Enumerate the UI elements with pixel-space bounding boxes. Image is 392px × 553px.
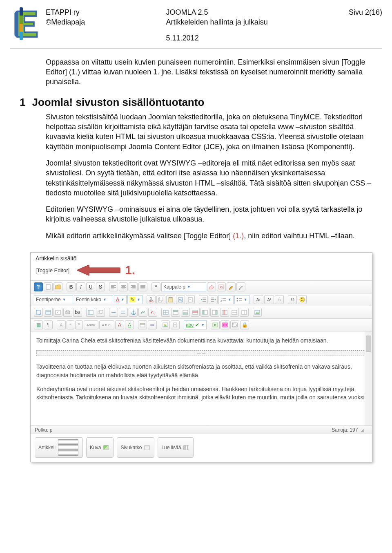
ba-button[interactable]: b̲a	[73, 308, 82, 317]
fullscreen-button[interactable]	[34, 308, 43, 317]
callout-number: 1.	[125, 263, 135, 277]
template-button[interactable]	[220, 320, 229, 329]
svg-point-47	[236, 298, 238, 299]
table-col-after-button[interactable]	[210, 308, 219, 317]
table-row-after-button[interactable]	[181, 308, 190, 317]
special-char-button[interactable]: Ω	[288, 295, 297, 304]
superscript-button[interactable]: A²	[264, 295, 274, 304]
new-doc-button[interactable]	[44, 282, 53, 291]
open-folder-button[interactable]	[53, 282, 62, 291]
align-center-button[interactable]	[119, 282, 128, 291]
file-manager-button[interactable]	[171, 320, 180, 329]
paste-word-button[interactable]: T	[186, 295, 195, 304]
show-blocks-button[interactable]: ▦	[34, 320, 43, 329]
table-split-button[interactable]	[240, 308, 249, 317]
ltr-button[interactable]: A	[57, 320, 66, 329]
svg-point-53	[303, 298, 303, 299]
paste-text-button[interactable]: W	[176, 295, 185, 304]
unlink-button[interactable]	[148, 308, 157, 317]
cut-button[interactable]	[147, 295, 156, 304]
bullet-list-button[interactable]: ▼	[234, 295, 249, 304]
print-button[interactable]	[63, 308, 72, 317]
link-button[interactable]	[138, 308, 147, 317]
edit-button[interactable]	[236, 282, 245, 291]
toggle-editor-link[interactable]: [Toggle Editor]	[36, 267, 69, 273]
media-button[interactable]	[211, 320, 220, 329]
paragraph: Mikäli editorin artikkelinäkymässä valit…	[46, 231, 372, 241]
emoticon-button[interactable]	[298, 295, 307, 304]
indent-button[interactable]	[209, 295, 218, 304]
align-left-button[interactable]	[109, 282, 118, 291]
svg-rect-55	[46, 310, 51, 314]
vertical-scrollbar[interactable]	[365, 331, 372, 425]
insert-article-button[interactable]: Artikkeli	[35, 437, 83, 458]
image-manager-button[interactable]	[161, 320, 170, 329]
readmore-divider[interactable]: — —	[36, 350, 366, 356]
iframe-button[interactable]	[230, 320, 239, 329]
font-color-button[interactable]: A▼	[114, 295, 127, 304]
image-button[interactable]	[253, 308, 262, 317]
date-button[interactable]	[138, 320, 147, 329]
underline-button[interactable]: U	[86, 282, 95, 291]
table-delete-row-button[interactable]	[191, 308, 200, 317]
subscript-button[interactable]: A₂	[254, 295, 264, 304]
strikethrough-button[interactable]: S	[96, 282, 105, 291]
insert-image-button[interactable]: Kuva	[86, 437, 114, 458]
italic-button[interactable]: I	[76, 282, 85, 291]
table-merge-button[interactable]	[230, 308, 239, 317]
readmore-insert-button[interactable]	[119, 308, 128, 317]
status-path: Polku: p	[35, 427, 52, 433]
help-icon[interactable]: ?	[34, 282, 43, 291]
brush-button[interactable]	[227, 282, 236, 291]
del-button[interactable]: A	[115, 320, 124, 329]
quote-open-button[interactable]: ❝	[67, 320, 74, 329]
section-title: Joomla! sivuston sisällöntuotanto	[32, 96, 204, 109]
insert-readmore-button[interactable]: Lue lisää	[158, 437, 194, 458]
acronym-button[interactable]: A.B.C.	[99, 320, 114, 329]
svg-rect-29	[169, 298, 173, 302]
resize-handle[interactable]: ◢	[361, 428, 364, 432]
case-button[interactable]: A	[275, 295, 284, 304]
lock-icon[interactable]: 🔒	[240, 320, 249, 329]
editor-content-area[interactable]: Toimittaja Carina Chela etsii skitsofren…	[31, 331, 372, 425]
show-invisibles-button[interactable]: ¶	[44, 320, 53, 329]
svg-marker-2	[77, 265, 120, 275]
remove-format-button[interactable]	[217, 282, 226, 291]
insert-pagebreak-button[interactable]: Sivukatko	[117, 437, 154, 458]
nbsp-button[interactable]	[148, 320, 157, 329]
logo-stripe	[20, 7, 23, 40]
table-col-before-button[interactable]	[200, 308, 209, 317]
bold-button[interactable]: B	[67, 282, 76, 291]
source-button[interactable]: ✓	[53, 308, 62, 317]
blockquote-button[interactable]: ❝	[151, 282, 160, 291]
eraser-button[interactable]	[207, 282, 216, 291]
highlight-color-button[interactable]: ✎▼	[127, 295, 143, 304]
outdent-button[interactable]	[199, 295, 208, 304]
abbr-button[interactable]: ABBR	[84, 320, 98, 329]
paste-button[interactable]	[166, 295, 175, 304]
ins-button[interactable]: A	[125, 320, 134, 329]
table-insert-button[interactable]	[161, 308, 170, 317]
table-delete-col-button[interactable]	[220, 308, 229, 317]
layout-button[interactable]	[86, 308, 95, 317]
anchor-button[interactable]: ⚓	[129, 308, 138, 317]
align-justify-button[interactable]	[138, 282, 147, 291]
layer-button[interactable]	[96, 308, 105, 317]
paragraph: Sivuston tekstisisältöä luodaan Joomlan …	[46, 112, 372, 152]
svg-rect-91	[140, 323, 145, 325]
font-family-select[interactable]: Fonttiperhe▼	[34, 295, 73, 304]
font-size-select[interactable]: Fontin koko▼	[74, 295, 113, 304]
numbered-list-button[interactable]: 12▼	[218, 295, 234, 304]
hr-button[interactable]	[109, 308, 118, 317]
quote-close-button[interactable]: ❞	[75, 320, 83, 329]
arrow-icon	[77, 264, 122, 276]
preview-button[interactable]	[44, 308, 53, 317]
paragraph-format-select[interactable]: Kappale p▼	[161, 282, 206, 291]
align-right-button[interactable]	[129, 282, 138, 291]
svg-rect-28	[160, 297, 163, 301]
scrollbar-thumb[interactable]	[366, 336, 371, 352]
section-heading: 1 Joomla! sivuston sisällöntuotanto	[20, 96, 382, 109]
table-row-before-button[interactable]	[171, 308, 180, 317]
copy-button[interactable]	[156, 295, 165, 304]
spellcheck-button[interactable]: abc✔▼	[184, 320, 207, 329]
